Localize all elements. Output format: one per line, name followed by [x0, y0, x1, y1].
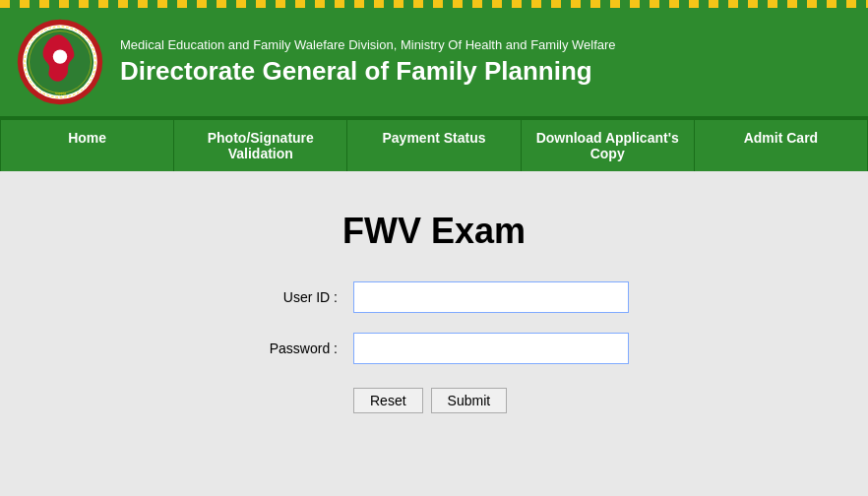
login-form: User ID : Password : Reset Submit [239, 281, 629, 413]
header-title: Directorate General of Family Planning [120, 56, 616, 87]
logo: সরকার [16, 18, 104, 106]
site-header: সরকার Medical Education and Family Walef… [0, 8, 868, 119]
nav-photo-signature[interactable]: Photo/Signature Validation [174, 120, 347, 171]
main-content: FWV Exam User ID : Password : Reset Subm… [0, 171, 868, 496]
button-row: Reset Submit [353, 388, 629, 413]
nav-download-copy[interactable]: Download Applicant's Copy [522, 120, 695, 171]
password-row: Password : [239, 333, 629, 364]
navbar: Home Photo/Signature Validation Payment … [0, 119, 868, 171]
nav-payment-status[interactable]: Payment Status [347, 120, 521, 171]
user-id-label: User ID : [239, 289, 338, 305]
svg-point-3 [53, 49, 67, 63]
password-label: Password : [239, 341, 338, 356]
header-text-group: Medical Education and Family Walefare Di… [120, 37, 616, 87]
header-subtitle: Medical Education and Family Walefare Di… [120, 37, 616, 52]
svg-text:সরকার: সরকার [55, 92, 66, 96]
nav-home[interactable]: Home [0, 120, 174, 171]
stripe-bar [0, 0, 868, 8]
user-id-input[interactable] [353, 281, 629, 313]
user-id-row: User ID : [239, 281, 629, 313]
password-input[interactable] [353, 333, 629, 364]
submit-button[interactable]: Submit [431, 388, 508, 413]
form-title: FWV Exam [342, 211, 526, 252]
nav-admit-card[interactable]: Admit Card [695, 120, 868, 171]
reset-button[interactable]: Reset [353, 388, 423, 413]
